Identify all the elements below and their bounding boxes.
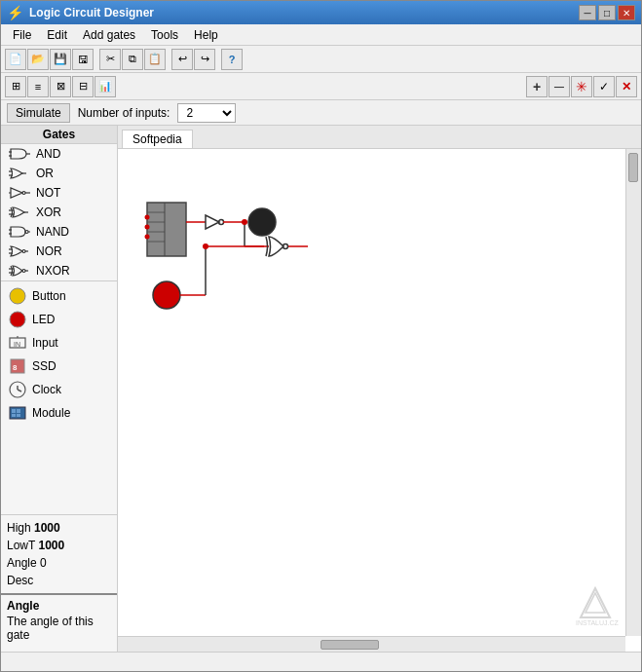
svg-point-46 xyxy=(145,225,150,230)
save-button[interactable]: 💾 xyxy=(50,49,71,70)
ssd-label: SSD xyxy=(32,359,57,373)
canvas-tabs: Softpedia xyxy=(118,126,641,149)
close-button[interactable]: ✕ xyxy=(618,5,635,20)
svg-point-20 xyxy=(22,270,25,273)
chart-button[interactable]: 📊 xyxy=(94,76,116,97)
svg-point-25 xyxy=(10,312,25,327)
title-bar: ⚡ Logic Circuit Designer ─ □ ✕ xyxy=(1,1,641,24)
clock-icon xyxy=(9,381,26,398)
save2-button[interactable]: 🖫 xyxy=(72,49,94,70)
horizontal-scrollbar[interactable] xyxy=(118,636,625,652)
add-tool-button[interactable]: + xyxy=(526,76,548,97)
svg-point-45 xyxy=(145,215,150,220)
cross-button[interactable]: ⊠ xyxy=(50,76,71,97)
watermark: INSTALUJ.CZ xyxy=(571,579,620,630)
sidebar-item-or[interactable]: OR xyxy=(1,164,117,183)
xor-icon xyxy=(9,205,30,219)
prop-angle: Angle 0 xyxy=(7,554,111,572)
svg-line-33 xyxy=(18,390,21,392)
svg-rect-37 xyxy=(12,414,16,417)
help-panel: Angle The angle of this gate xyxy=(1,593,117,652)
sidebar-item-button[interactable]: Button xyxy=(1,284,117,308)
minimize-button[interactable]: ─ xyxy=(579,5,596,20)
nand-icon xyxy=(9,225,30,239)
nor-label: NOR xyxy=(36,244,62,258)
input-label: Input xyxy=(32,336,58,350)
window-controls: ─ □ ✕ xyxy=(579,5,635,20)
svg-rect-39 xyxy=(147,203,186,256)
gates-header: Gates xyxy=(1,126,117,144)
canvas-content[interactable]: INSTALUJ.CZ xyxy=(118,149,641,652)
help-description: The angle of this gate xyxy=(7,615,111,642)
svg-point-12 xyxy=(25,231,28,234)
star-tool-button[interactable]: ✳ xyxy=(571,76,592,97)
sidebar-item-module[interactable]: Module xyxy=(1,401,117,425)
open-button[interactable]: 📂 xyxy=(27,49,49,70)
not-label: NOT xyxy=(36,186,60,200)
undo-button[interactable]: ↩ xyxy=(171,49,193,70)
menu-addgates[interactable]: Add gates xyxy=(75,26,143,44)
align-button[interactable]: ≡ xyxy=(27,76,49,97)
help-button[interactable]: ? xyxy=(221,49,243,70)
sub-tool-button[interactable]: ─ xyxy=(548,76,570,97)
sidebar-item-nxor[interactable]: NXOR xyxy=(1,261,117,280)
svg-point-61 xyxy=(203,243,208,249)
simulate-bar: Simulate Number of inputs: 2 3 4 xyxy=(1,100,641,126)
inputs-select[interactable]: 2 3 4 xyxy=(177,103,236,123)
sidebar-item-led[interactable]: LED xyxy=(1,308,117,331)
module-label: Module xyxy=(32,406,70,420)
or-label: OR xyxy=(36,167,54,180)
sidebar-item-ssd[interactable]: 8 SSD xyxy=(1,355,117,378)
circuit-diagram xyxy=(118,149,641,652)
tab-softpedia[interactable]: Softpedia xyxy=(122,130,193,148)
button-component-icon xyxy=(9,287,26,305)
menu-help[interactable]: Help xyxy=(186,26,226,44)
prop-desc: Desc xyxy=(7,572,111,589)
menu-file[interactable]: File xyxy=(5,26,39,44)
del-tool-button[interactable]: ✕ xyxy=(616,76,637,97)
sidebar-item-not[interactable]: NOT xyxy=(1,183,117,203)
menu-edit[interactable]: Edit xyxy=(39,26,75,44)
and-label: AND xyxy=(36,147,60,161)
nand-label: NAND xyxy=(36,225,69,239)
svg-point-24 xyxy=(10,288,25,304)
prop-high-value: 1000 xyxy=(34,521,60,535)
led-label: LED xyxy=(32,313,55,326)
prop-high: High 1000 xyxy=(7,519,111,537)
redo-button[interactable]: ↪ xyxy=(194,49,215,70)
sidebar-item-input[interactable]: IN Input xyxy=(1,331,117,355)
minus-button[interactable]: ⊟ xyxy=(72,76,94,97)
svg-rect-35 xyxy=(12,409,16,413)
new-button[interactable]: 📄 xyxy=(5,49,26,70)
sidebar-item-xor[interactable]: XOR xyxy=(1,203,117,222)
prop-angle-value: 0 xyxy=(40,556,47,570)
sidebar-item-clock[interactable]: Clock xyxy=(1,378,117,401)
vertical-scrollbar[interactable] xyxy=(625,149,641,636)
svg-text:8: 8 xyxy=(13,363,18,372)
paste-button[interactable]: 📋 xyxy=(144,49,166,70)
inputs-label: Number of inputs: xyxy=(78,106,170,120)
button-component-label: Button xyxy=(32,289,66,303)
xor-label: XOR xyxy=(36,205,61,219)
cut-button[interactable]: ✂ xyxy=(99,49,121,70)
or-icon xyxy=(9,167,30,180)
svg-point-60 xyxy=(242,219,247,225)
sidebar-item-nor[interactable]: NOR xyxy=(1,242,117,261)
toolbar-secondary: ⊞ ≡ ⊠ ⊟ 📊 + ─ ✳ ✓ ✕ xyxy=(1,73,641,100)
simulate-button[interactable]: Simulate xyxy=(7,103,70,123)
sidebar-item-nand[interactable]: NAND xyxy=(1,222,117,242)
svg-point-49 xyxy=(219,220,224,225)
grid-button[interactable]: ⊞ xyxy=(5,76,26,97)
copy-button[interactable]: ⧉ xyxy=(122,49,143,70)
input-icon: IN xyxy=(9,334,26,352)
help-title: Angle xyxy=(7,599,111,613)
prop-lowt-value: 1000 xyxy=(38,539,64,552)
svg-text:IN: IN xyxy=(14,341,20,348)
sidebar-item-and[interactable]: AND xyxy=(1,144,117,164)
svg-rect-38 xyxy=(17,414,20,417)
check-tool-button[interactable]: ✓ xyxy=(593,76,615,97)
properties-panel: High 1000 LowT 1000 Angle 0 Desc xyxy=(1,514,117,593)
menu-tools[interactable]: Tools xyxy=(143,26,186,44)
maximize-button[interactable]: □ xyxy=(598,5,616,20)
module-icon xyxy=(9,404,26,422)
